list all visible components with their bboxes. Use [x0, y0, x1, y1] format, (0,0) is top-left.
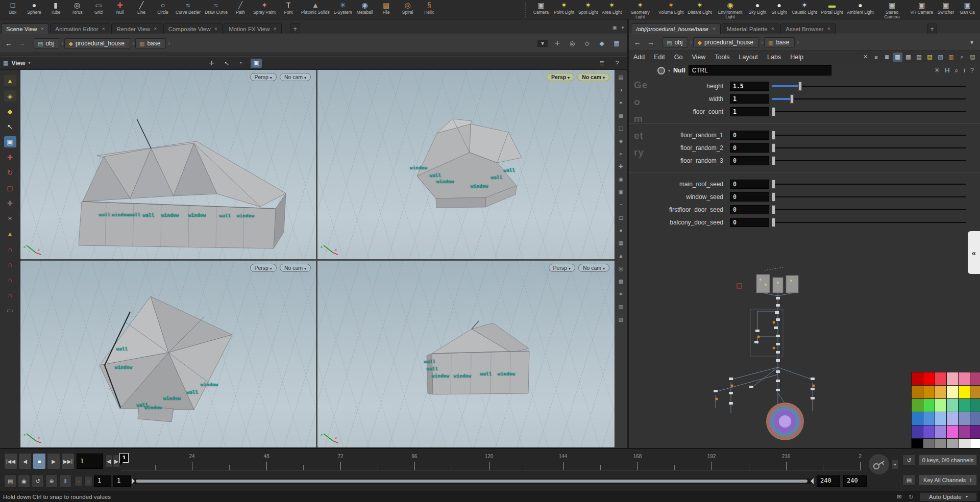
pane-tab[interactable]: Render View ✕ — [111, 23, 162, 34]
palette-swatch[interactable] — [912, 399, 923, 412]
playbar-option-button[interactable]: ‖ — [59, 474, 71, 488]
range-end-field-2[interactable]: 240 — [843, 475, 867, 487]
shelf-light-button[interactable]: ▣ Camera — [530, 1, 552, 19]
viewport-quad-bottomright[interactable]: wallwallwindowwindowwallwindow Persp ▾ N… — [317, 261, 615, 447]
display-option-icon[interactable]: ◎ — [619, 265, 623, 271]
palette-swatch[interactable] — [947, 425, 958, 438]
close-icon[interactable]: ✕ — [41, 27, 44, 31]
menubar-tool-icon[interactable]: ▤ — [925, 53, 935, 62]
node-header-icon[interactable]: ⌕ — [955, 66, 959, 74]
shelf-tool-button[interactable]: § Helix — [419, 1, 440, 15]
channel-scope-button[interactable]: ▤ — [902, 474, 916, 486]
pane-type-icon[interactable]: ▦ — [3, 60, 8, 66]
menubar-tool-icon[interactable]: ✕ — [861, 53, 870, 62]
shelf-tool-button[interactable]: ● Sphere — [23, 1, 45, 15]
close-icon[interactable]: ✕ — [154, 27, 157, 31]
parameter-value-field[interactable]: 0 — [730, 180, 769, 189]
forward-button[interactable]: → — [16, 39, 28, 47]
shelf-light-button[interactable]: ● Sky Light — [747, 1, 769, 19]
viewport-mode-icon[interactable]: ∩ — [4, 274, 16, 285]
menubar-tool-icon[interactable]: ▦ — [893, 53, 902, 62]
viewport-mode-icon[interactable]: ✚ — [4, 197, 16, 209]
shelf-tool-button[interactable]: ▮ Tube — [45, 1, 66, 15]
forward-button[interactable]: → — [645, 38, 656, 46]
shelf-tool-button[interactable]: ✚ Null — [109, 1, 131, 15]
palette-swatch[interactable] — [912, 412, 923, 425]
display-option-icon[interactable]: ◈ — [619, 138, 623, 144]
channels-refresh-button[interactable]: ↺ — [902, 455, 916, 466]
camera-selector[interactable]: No cam ▾ — [280, 264, 311, 272]
range-right-arrow[interactable] — [807, 478, 814, 484]
shelf-tool-button[interactable]: ◎ Torus — [66, 1, 88, 15]
parameter-slider[interactable] — [772, 131, 966, 140]
breadcrumb-item[interactable]: ▤ obj — [34, 38, 59, 48]
close-icon[interactable]: ✕ — [214, 27, 218, 31]
node-header-icon[interactable]: H — [945, 66, 949, 74]
new-tab-button[interactable]: + — [927, 23, 937, 34]
shelf-light-button[interactable]: ✶ Point Light — [552, 1, 576, 19]
menubar-tool-icon[interactable]: ⌕ — [957, 53, 967, 62]
menu-item[interactable]: Labs — [763, 53, 786, 62]
palette-swatch[interactable] — [970, 399, 980, 412]
slider-handle[interactable] — [772, 180, 775, 189]
menubar-tool-icon[interactable]: ▩ — [903, 53, 913, 62]
key-dropdown-button[interactable]: ▾ — [891, 459, 899, 469]
breadcrumb-item[interactable]: ◆ procedural_house — [64, 38, 130, 48]
display-option-icon[interactable]: ▢ — [619, 125, 624, 131]
viewport-vertical-splitter[interactable] — [316, 70, 317, 447]
step-back-button[interactable]: ◀ — [105, 455, 112, 468]
menu-item[interactable]: Edit — [649, 53, 670, 62]
chevron-down-icon[interactable]: ▾ — [29, 61, 31, 65]
menu-item[interactable]: View — [687, 53, 710, 62]
projection-selector[interactable]: Persp ▾ — [549, 264, 575, 272]
key-all-channels-select[interactable]: Key All Channels⇕ — [919, 474, 977, 486]
status-icon[interactable]: ↻ — [909, 493, 914, 500]
palette-swatch[interactable] — [935, 372, 946, 385]
parameter-value-field[interactable]: 0 — [730, 131, 769, 140]
back-button[interactable]: ← — [632, 38, 643, 46]
breadcrumb-item[interactable]: ▥ base — [135, 38, 166, 48]
shelf-light-button[interactable]: ▣ Stereo Camera — [876, 1, 909, 19]
display-option-icon[interactable]: ✶ — [619, 99, 623, 106]
pane-menu-icon[interactable]: ▣ — [610, 23, 619, 32]
shelf-light-button[interactable]: ✶ Spot Light — [576, 1, 600, 19]
viewport-mode-icon[interactable]: ✚ — [4, 152, 16, 163]
viewport-menu-icon[interactable]: ≣ — [596, 59, 607, 68]
pane-tab[interactable]: Scene View ✕ — [1, 23, 49, 34]
chevron-down-icon[interactable]: ▾ — [668, 68, 670, 73]
palette-swatch[interactable] — [923, 386, 935, 398]
viewport-mode-icon[interactable]: ▲ — [4, 75, 16, 86]
menu-item[interactable]: Help — [786, 53, 808, 62]
playbar-option-button[interactable]: ◉ — [18, 474, 30, 488]
transport-button[interactable]: ▶ — [47, 453, 60, 469]
parameter-value-field[interactable]: 1.5 — [730, 82, 769, 91]
parameter-value-field[interactable]: 0 — [730, 192, 769, 202]
path-tool-icon[interactable]: ◆ — [597, 40, 607, 47]
range-start-field-2[interactable]: 1 — [113, 475, 131, 487]
projection-selector[interactable]: Persp ▾ — [250, 73, 277, 81]
palette-swatch[interactable] — [947, 399, 958, 412]
display-option-icon[interactable]: ≈ — [620, 150, 623, 157]
menubar-tool-icon[interactable]: ▤ — [968, 53, 977, 62]
playbar-option-button[interactable]: ▤ — [4, 474, 16, 488]
parameter-slider[interactable] — [772, 82, 966, 91]
viewport-mode-icon[interactable]: ∩ — [4, 259, 16, 270]
palette-swatch[interactable] — [923, 372, 935, 385]
menubar-tool-icon[interactable]: ▤ — [914, 53, 924, 62]
display-option-icon[interactable]: ● — [619, 227, 622, 233]
palette-swatch[interactable] — [959, 386, 970, 398]
range-left-arrow[interactable] — [132, 478, 138, 484]
path-tool-icon[interactable]: ◇ — [582, 40, 592, 47]
display-option-icon[interactable]: ~ — [619, 202, 622, 208]
slider-handle[interactable] — [798, 82, 802, 91]
palette-swatch[interactable] — [959, 399, 970, 412]
parameter-slider[interactable] — [772, 94, 966, 104]
transport-button[interactable]: ■ — [33, 453, 46, 469]
display-option-icon[interactable]: ◑ — [619, 87, 622, 93]
display-option-icon[interactable]: ✚ — [619, 163, 623, 169]
back-button[interactable]: ← — [3, 39, 14, 47]
node-header-icon[interactable]: ✳ — [934, 66, 940, 74]
palette-swatch[interactable] — [970, 412, 980, 425]
viewport-mode-icon[interactable]: ∩ — [4, 243, 16, 255]
close-icon[interactable]: ✕ — [827, 27, 830, 31]
